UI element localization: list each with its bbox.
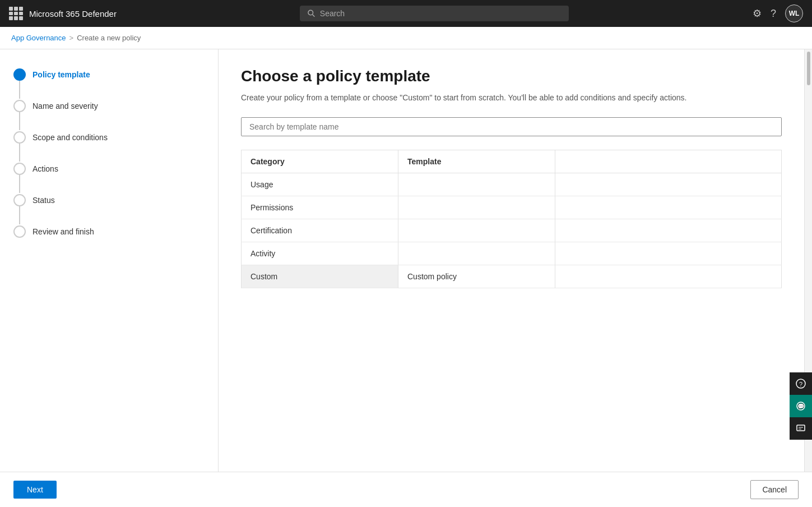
step-label-3: Scope and conditions	[33, 132, 108, 142]
step-left-4	[13, 162, 26, 193]
step-circle-3	[13, 131, 26, 144]
step-item-actions: Actions	[13, 162, 205, 193]
step-label-1: Policy template	[33, 69, 90, 79]
detail-cell-usage	[555, 173, 782, 196]
breadcrumb-parent[interactable]: App Governance	[11, 34, 66, 42]
step-label-2: Name and severity	[33, 100, 98, 110]
step-item-review-finish: Review and finish	[13, 224, 205, 242]
template-cell-certification	[398, 219, 555, 242]
step-left-5	[13, 193, 26, 224]
step-label-6: Review and finish	[33, 226, 94, 236]
template-cell-permissions	[398, 196, 555, 219]
svg-text:?: ?	[799, 381, 802, 388]
help-panel-btn[interactable]: ?	[790, 372, 804, 395]
step-right-6: Review and finish	[33, 224, 94, 242]
table-row[interactable]: Custom Custom policy	[242, 265, 782, 288]
breadcrumb: App Governance > Create a new policy	[0, 27, 812, 49]
template-table: Category Template Usage Permissions C	[241, 150, 782, 288]
step-connector-4	[19, 175, 20, 193]
step-item-policy-template: Policy template	[13, 67, 205, 99]
chat-panel-btn[interactable]: 💬	[790, 395, 804, 417]
step-right-3: Scope and conditions	[33, 130, 108, 162]
detail-cell-certification	[555, 219, 782, 242]
svg-line-1	[313, 15, 315, 17]
step-circle-4	[13, 163, 26, 175]
table-row[interactable]: Permissions	[242, 196, 782, 219]
table-body: Usage Permissions Certification Activity	[242, 173, 782, 288]
search-input[interactable]	[320, 9, 562, 18]
table-header-row: Category Template	[242, 150, 782, 173]
table-header: Category Template	[242, 150, 782, 173]
step-connector-5	[19, 206, 20, 224]
category-cell-usage[interactable]: Usage	[242, 173, 398, 196]
detail-cell-custom	[555, 265, 782, 288]
help-icon[interactable]: ?	[771, 8, 776, 20]
app-grid-icon[interactable]	[9, 7, 22, 20]
stepper-steps: Policy template Name and severity	[13, 67, 205, 242]
template-cell-activity	[398, 242, 555, 265]
step-left-3	[13, 130, 26, 162]
step-item-name-severity: Name and severity	[13, 99, 205, 130]
next-button[interactable]: Next	[13, 481, 57, 499]
step-item-status: Status	[13, 193, 205, 224]
step-circle-6	[13, 225, 26, 238]
step-circle-2	[13, 100, 26, 112]
breadcrumb-separator: >	[69, 34, 74, 42]
step-label-4: Actions	[33, 163, 58, 173]
template-cell-usage	[398, 173, 555, 196]
category-cell-activity[interactable]: Activity	[242, 242, 398, 265]
step-connector-1	[19, 81, 20, 99]
col-header-category: Category	[242, 150, 398, 173]
step-right-2: Name and severity	[33, 99, 98, 130]
col-header-detail	[555, 150, 782, 173]
search-icon	[308, 10, 315, 17]
feedback-panel-btn[interactable]	[790, 417, 804, 440]
cancel-button[interactable]: Cancel	[750, 480, 799, 499]
content-area: Choose a policy template Create your pol…	[219, 49, 804, 472]
right-panel: ? 💬	[790, 372, 804, 440]
table-row[interactable]: Certification	[242, 219, 782, 242]
table-row[interactable]: Activity	[242, 242, 782, 265]
step-left-6	[13, 224, 26, 242]
step-circle-1	[13, 68, 26, 81]
step-right-4: Actions	[33, 162, 58, 193]
top-nav: Microsoft 365 Defender ⚙ ? WL	[0, 0, 812, 27]
step-right-5: Status	[33, 193, 55, 224]
search-bar[interactable]	[300, 6, 569, 21]
detail-cell-permissions	[555, 196, 782, 219]
template-search-input[interactable]	[241, 117, 782, 136]
avatar[interactable]: WL	[785, 4, 803, 22]
category-cell-custom[interactable]: Custom	[242, 265, 398, 288]
step-label-5: Status	[33, 195, 55, 205]
step-item-scope-conditions: Scope and conditions	[13, 130, 205, 162]
step-left-2	[13, 99, 26, 130]
table-row[interactable]: Usage	[242, 173, 782, 196]
step-connector-2	[19, 112, 20, 130]
step-left-1	[13, 67, 26, 99]
step-right-1: Policy template	[33, 67, 90, 99]
page-desc: Create your policy from a template or ch…	[241, 92, 734, 104]
svg-point-0	[308, 10, 313, 15]
category-cell-certification[interactable]: Certification	[242, 219, 398, 242]
svg-text:💬: 💬	[797, 403, 804, 410]
stepper-sidebar: Policy template Name and severity	[0, 49, 219, 472]
category-cell-permissions[interactable]: Permissions	[242, 196, 398, 219]
topnav-right: ⚙ ? WL	[753, 4, 803, 22]
scrollbar-thumb[interactable]	[807, 52, 810, 85]
svg-rect-6	[797, 425, 804, 431]
breadcrumb-current: Create a new policy	[77, 34, 141, 42]
footer: Next Cancel	[0, 472, 812, 507]
col-header-template: Template	[398, 150, 555, 173]
step-circle-5	[13, 194, 26, 206]
app-title: Microsoft 365 Defender	[29, 9, 117, 19]
template-cell-custom[interactable]: Custom policy	[398, 265, 555, 288]
step-connector-3	[19, 144, 20, 162]
settings-icon[interactable]: ⚙	[753, 7, 762, 20]
main-content: Policy template Name and severity	[0, 49, 812, 472]
page-title: Choose a policy template	[241, 67, 782, 85]
detail-cell-activity	[555, 242, 782, 265]
